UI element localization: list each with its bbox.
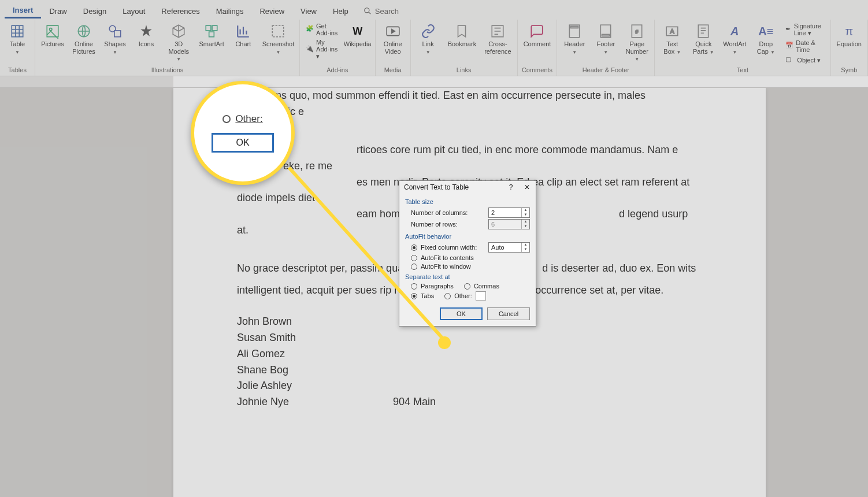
autofit-window-label: AutoFit to window [421, 263, 471, 270]
equation-button[interactable]: πEquation [834, 22, 864, 49]
radio-autofit-window[interactable] [411, 264, 417, 270]
date-time[interactable]: 📅Date & Time [783, 39, 826, 54]
tab-view[interactable]: View [292, 5, 325, 18]
cancel-button[interactable]: Cancel [487, 307, 530, 320]
dropcap-icon: A≡ [758, 23, 774, 39]
header-icon [566, 23, 583, 39]
pictures-button[interactable]: Pictures [39, 22, 66, 49]
svg-rect-2 [12, 25, 23, 37]
wordart-icon: A [726, 23, 743, 39]
screenshot-button[interactable]: Screenshot▼ [261, 22, 296, 56]
horizontal-ruler [0, 76, 868, 88]
table-button[interactable]: Table▼ [3, 22, 31, 56]
header-button[interactable]: Header▼ [561, 22, 588, 56]
page-number-button[interactable]: #PageNumber ▼ [623, 22, 651, 64]
crossref-button[interactable]: Cross-reference [482, 22, 513, 56]
comment-button[interactable]: Comment [521, 22, 554, 49]
body-text: accustoms quo, mod summon effendi it tie… [237, 88, 702, 120]
wordart-button[interactable]: AWordArt▼ [721, 22, 748, 56]
svg-point-0 [365, 8, 369, 13]
tab-references[interactable]: References [153, 5, 207, 18]
online-pictures-icon [76, 23, 92, 39]
magnifier-callout: Other: OK [191, 81, 295, 185]
radio-fixed-width[interactable] [411, 244, 417, 251]
close-button[interactable]: ✕ [522, 183, 532, 191]
shapes-button[interactable]: Shapes▼ [101, 22, 129, 56]
online-video-button[interactable]: OnlineVideo [379, 22, 407, 56]
help-button[interactable]: ? [506, 183, 516, 191]
pagenum-icon: # [629, 23, 645, 39]
tab-mailings[interactable]: Mailings [208, 5, 252, 18]
list-item: Shane Bog [237, 362, 702, 379]
fixed-width-label: Fixed column width: [421, 244, 477, 251]
radio-other[interactable] [444, 293, 451, 299]
tab-insert[interactable]: Insert [5, 3, 41, 18]
dropcap-button[interactable]: A≡DropCap ▼ [752, 22, 780, 56]
tab-review[interactable]: Review [251, 5, 292, 18]
convert-text-to-table-dialog: Convert Text to Table ? ✕ Table size Num… [399, 180, 536, 327]
radio-tabs[interactable] [411, 293, 417, 299]
group-illustrations: Pictures OnlinePictures Shapes▼ Icons 3D… [35, 20, 300, 76]
icons-icon [138, 23, 154, 39]
shapes-icon [107, 23, 123, 39]
tab-layout[interactable]: Layout [114, 5, 153, 18]
radio-commas[interactable] [464, 283, 470, 290]
num-columns-input[interactable]: 2▲▼ [488, 207, 530, 218]
wikipedia-button[interactable]: WWikipedia [344, 22, 372, 49]
bookmark-icon [454, 23, 470, 39]
ok-button[interactable]: OK [440, 307, 483, 320]
online-pictures-button[interactable]: OnlinePictures [70, 22, 98, 56]
section-autofit: AutoFit behavior [405, 233, 530, 240]
num-rows-input[interactable]: 6▲▼ [488, 219, 530, 229]
svg-rect-26 [699, 25, 709, 38]
svg-text:#: # [636, 29, 639, 35]
svg-rect-21 [602, 34, 610, 36]
dialog-titlebar: Convert Text to Table ? ✕ [399, 181, 536, 194]
list-item: Jolie Ashley [237, 378, 702, 394]
table-icon [9, 23, 25, 39]
tab-design[interactable]: Design [75, 5, 114, 18]
group-header-footer: Header▼ Footer▼ #PageNumber ▼ Header & F… [557, 20, 655, 76]
group-links: Link▼ Bookmark Cross-reference Links [411, 20, 518, 76]
addins-icon: 🔌 [306, 45, 314, 54]
svg-rect-7 [47, 25, 58, 37]
get-addins[interactable]: 🧩Get Add-ins [303, 22, 340, 37]
svg-text:A: A [670, 28, 675, 35]
link-button[interactable]: Link▼ [414, 22, 442, 56]
num-rows-label: Number of rows: [411, 221, 458, 228]
my-addins[interactable]: 🔌My Add-ins ▾ [303, 38, 340, 61]
group-symbols: πEquation Symb [831, 20, 868, 76]
smartart-button[interactable]: SmartArt [197, 22, 225, 49]
pictures-icon [44, 23, 61, 39]
svg-rect-12 [206, 25, 211, 31]
search-icon [363, 7, 372, 15]
wikipedia-icon: W [350, 23, 366, 39]
textbox-button[interactable]: ATextBox ▼ [658, 22, 686, 56]
ribbon-tabs: Insert Draw Design Layout References Mai… [0, 0, 868, 20]
tell-me-search[interactable]: Search [363, 7, 399, 16]
tab-help[interactable]: Help [325, 5, 357, 18]
radio-paragraphs[interactable] [411, 283, 417, 290]
signature-line[interactable]: ✒Signature Line ▾ [783, 22, 826, 38]
signature-icon: ✒ [785, 25, 792, 35]
object[interactable]: ▢Object ▾ [783, 55, 823, 65]
quickparts-button[interactable]: QuickParts ▼ [689, 22, 717, 56]
video-icon [385, 23, 401, 39]
tab-draw[interactable]: Draw [41, 5, 75, 18]
footer-button[interactable]: Footer▼ [592, 22, 620, 56]
svg-rect-14 [209, 32, 214, 37]
calendar-icon: 📅 [785, 42, 793, 51]
bookmark-button[interactable]: Bookmark [446, 22, 479, 49]
chart-icon [235, 23, 251, 39]
icons-button[interactable]: Icons [132, 22, 160, 49]
radio-autofit-contents[interactable] [411, 255, 417, 261]
section-table-size: Table size [405, 198, 530, 205]
crossref-icon [489, 23, 506, 39]
3d-models-button[interactable]: 3DModels ▼ [164, 22, 194, 64]
paragraphs-label: Paragraphs [421, 283, 454, 290]
svg-line-1 [369, 12, 371, 14]
fixed-width-input[interactable]: Auto▲▼ [488, 242, 530, 253]
other-char-input[interactable] [476, 291, 486, 301]
chart-button[interactable]: Chart [229, 22, 257, 49]
commas-label: Commas [474, 283, 499, 290]
